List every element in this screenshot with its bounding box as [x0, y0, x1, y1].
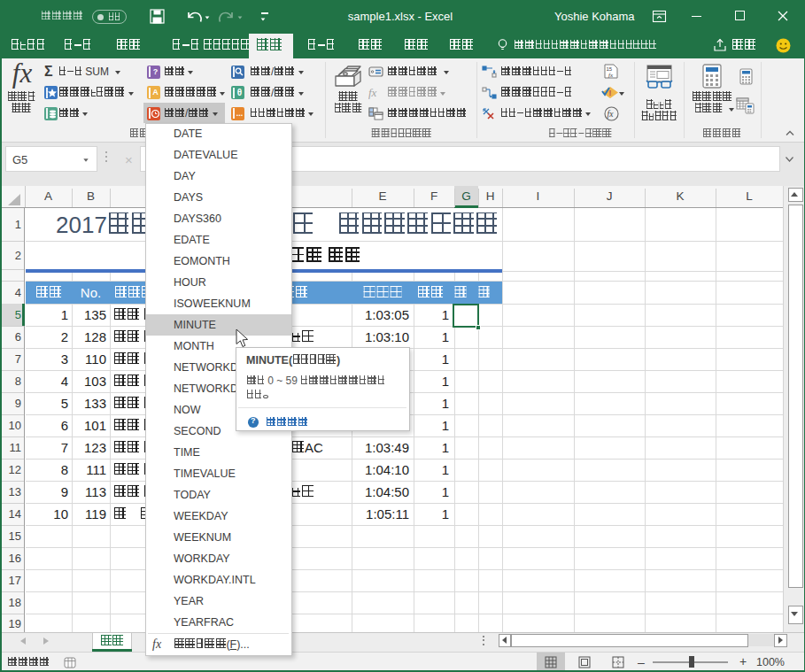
svg-text:fx: fx: [608, 110, 615, 119]
svg-text:!: !: [609, 89, 612, 97]
svg-text:fx: fx: [608, 72, 614, 79]
